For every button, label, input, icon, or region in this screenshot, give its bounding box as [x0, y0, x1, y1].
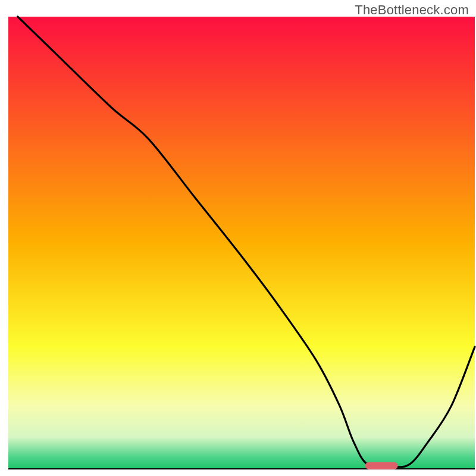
watermark-text: TheBottleneck.com	[355, 2, 469, 18]
plot-background	[8, 17, 475, 469]
optimal-marker	[365, 462, 398, 469]
bottleneck-chart	[0, 0, 476, 476]
chart-container: TheBottleneck.com	[0, 0, 476, 476]
